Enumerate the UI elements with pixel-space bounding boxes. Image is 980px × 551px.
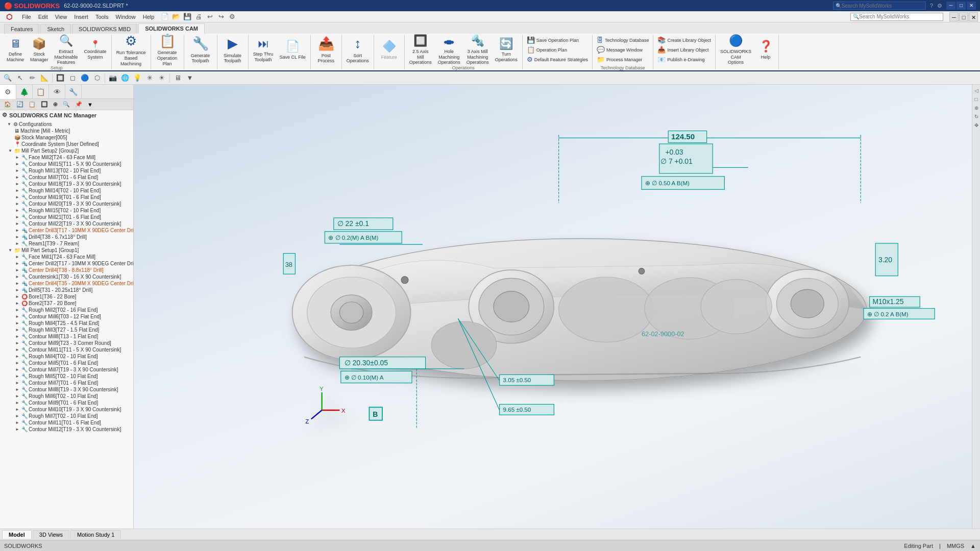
tree-expand-icon-28[interactable]: ► [15, 308, 21, 312]
view-section-icon[interactable]: ⬡ [91, 72, 103, 84]
menu-item-view[interactable]: View [52, 12, 71, 21]
tree-expand-icon-21[interactable]: ► [15, 261, 21, 266]
search-input[interactable] [859, 14, 941, 19]
lp-mini-btn-2[interactable]: 🔄 [14, 100, 26, 109]
tree-item-6[interactable]: ►🔧Contour Mill15[T11 - 5 X 90 Countersin… [1, 161, 132, 167]
tree-expand-icon-29[interactable]: ► [15, 314, 21, 319]
tree-item-19[interactable]: ▼📁Mill Part Setup1 [Group1] [1, 247, 132, 254]
tab-features[interactable]: Features [4, 24, 39, 34]
search-box[interactable]: 🔍 [850, 13, 943, 21]
3-axis-mill-btn[interactable]: 🔩 3 Axis MillMachiningOperations [464, 36, 492, 64]
tree-expand-icon-42[interactable]: ► [15, 400, 21, 405]
tree-expand-icon-45[interactable]: ► [15, 420, 21, 425]
btab-model[interactable]: Model [2, 530, 32, 539]
open-icon[interactable]: 📂 [171, 12, 181, 22]
lp-mini-btn-8[interactable]: ▼ [85, 101, 95, 109]
minimize-button[interactable]: ─ [946, 2, 955, 10]
tree-expand-icon-22[interactable]: ► [15, 268, 21, 272]
tree-expand-icon-6[interactable]: ► [15, 162, 21, 166]
menu-item-edit[interactable]: Edit [35, 12, 52, 21]
tree-item-7[interactable]: ►🔧Rough Mill13[T02 - 10 Flat End] [1, 167, 132, 174]
view-measure-icon[interactable]: 📐 [39, 72, 50, 84]
extract-machinable-btn[interactable]: 🔍 ExtractMachinableFeatures [52, 36, 81, 64]
lp-mini-btn-4[interactable]: 🔲 [39, 100, 50, 109]
view-shaded-icon[interactable]: 🔵 [79, 72, 90, 84]
tree-expand-icon-7[interactable]: ► [15, 168, 21, 173]
tree-item-30[interactable]: ►🔧Rough Mill4[T25 - 4.5 Flat End] [1, 320, 132, 327]
tree-item-38[interactable]: ►🔧Rough Mill5[T02 - 10 Flat End] [1, 373, 132, 380]
tree-expand-icon-20[interactable]: ► [15, 255, 21, 259]
rs-rotate-icon[interactable]: ↻ [973, 113, 980, 120]
sort-operations-btn[interactable]: ↕ SortOperations [344, 36, 372, 64]
stock-manager-btn[interactable]: 📦 StockManager [28, 36, 51, 64]
save-cl-btn[interactable]: 📄 Save CL File [277, 36, 308, 64]
view-pan-icon[interactable]: ✏ [27, 72, 38, 84]
feature-btn[interactable]: 🔷 Feature [378, 36, 400, 64]
tree-item-45[interactable]: ►🔧Contour Mill11[T01 - 6 Flat End] [1, 419, 132, 426]
menu-item-file[interactable]: File [18, 12, 35, 21]
tree-item-28[interactable]: ►🔧Rough Mill2[T02 - 16 Flat End] [1, 307, 132, 313]
tree-item-41[interactable]: ►🔧Rough Mill6[T02 - 10 Flat End] [1, 393, 132, 399]
menu-item-window[interactable]: Window [112, 12, 139, 21]
tree-item-39[interactable]: ►🔧Contour Mill7[T01 - 6 Flat End] [1, 380, 132, 386]
tree-expand-icon-37[interactable]: ► [15, 367, 21, 372]
tree-item-21[interactable]: ►🔩Center Drill2[T17 - 10MM X 90DEG Cente… [1, 260, 132, 267]
btab-3dviews[interactable]: 3D Views [33, 530, 69, 539]
post-process-btn[interactable]: 📤 PostProcess [313, 36, 339, 64]
close-button[interactable]: ✕ [967, 2, 976, 10]
status-arrow-icon[interactable]: ▲ [970, 543, 976, 549]
new-icon[interactable]: 📄 [160, 12, 170, 22]
tree-item-35[interactable]: ►🔧Rough Mill4[T02 - 10 Flat End] [1, 353, 132, 360]
tree-item-13[interactable]: ►🔧Rough Mill15[T02 - 10 Flat End] [1, 207, 132, 214]
tree-expand-icon-18[interactable]: ► [15, 241, 21, 246]
tree-expand-icon-5[interactable]: ► [15, 155, 21, 160]
app-restore-btn[interactable]: □ [959, 12, 968, 21]
rs-zoom-icon[interactable]: ⊕ [973, 104, 980, 112]
cam-options-btn[interactable]: 🔵 SOLIDWORKSCAMOptions [718, 36, 754, 64]
tree-expand-icon-13[interactable]: ► [15, 208, 21, 213]
save-op-plan-btn[interactable]: 💾 Save Operation Plan [525, 36, 590, 45]
tree-expand-icon-38[interactable]: ► [15, 374, 21, 379]
tree-item-32[interactable]: ►🔧Contour Mill8[T13 - 1 Flat End] [1, 333, 132, 340]
tree-item-1[interactable]: 🖥Machine [Mill - Metric] [1, 128, 132, 134]
tree-expand-icon-14[interactable]: ► [15, 215, 21, 219]
tree-item-26[interactable]: ►⭕Bore1[T36 - 22 Bore] [1, 293, 132, 300]
gen-op-plan-btn[interactable]: 📋 GenerateOperationPlan [153, 36, 182, 64]
tree-expand-icon-10[interactable]: ► [15, 188, 21, 193]
tree-expand-icon-23[interactable]: ► [15, 274, 21, 279]
tree-item-29[interactable]: ►🔧Contour Mill6[T03 - 12 Flat End] [1, 313, 132, 320]
lp-mini-btn-7[interactable]: 📌 [73, 100, 84, 109]
tree-item-5[interactable]: ►🔧Face Mill2[T24 - 63 Face Mill] [1, 154, 132, 161]
2-5-axis-btn[interactable]: 🔲 2.5 AxisMillOperations [407, 36, 434, 64]
tree-item-10[interactable]: ►🔧Rough Mill14[T02 - 10 Flat End] [1, 187, 132, 194]
menu-item-insert[interactable]: Insert [70, 12, 92, 21]
message-window-btn[interactable]: 💬 Message Window [595, 45, 651, 55]
tree-item-31[interactable]: ►🔧Rough Mill3[T27 - 1.5 Flat End] [1, 327, 132, 333]
tree-item-34[interactable]: ►🔧Contour Mill11[T11 - 5 X 90 Countersin… [1, 346, 132, 353]
tab-cam[interactable]: SOLIDWORKS CAM [138, 23, 205, 34]
view-display-icon[interactable]: 🖥 [172, 72, 183, 84]
view-rotate-icon[interactable]: 🔍 [2, 72, 13, 84]
tab-sketch[interactable]: Sketch [40, 24, 71, 34]
tree-item-14[interactable]: ►🔧Contour Mill21[T01 - 6 Flat End] [1, 214, 132, 220]
tree-item-23[interactable]: ►🔧Countersink1[T30 - 16 X 90 Countersink… [1, 273, 132, 280]
help-btn[interactable]: ❓ Help [755, 36, 776, 64]
tree-item-9[interactable]: ►🔧Contour Mill18[T19 - 3 X 90 Countersin… [1, 181, 132, 187]
lp-mini-btn-1[interactable]: 🏠 [2, 100, 13, 109]
tree-expand-icon-36[interactable]: ► [15, 361, 21, 365]
tree-item-3[interactable]: 📍Coordinate System [User Defined] [1, 141, 132, 147]
turn-operations-btn[interactable]: 🔄 TurnOperations [493, 36, 520, 64]
menu-item-help[interactable]: Help [139, 12, 158, 21]
restore-button[interactable]: □ [957, 2, 966, 10]
tree-item-12[interactable]: ►🔧Contour Mill20[T19 - 3 X 90 Countersin… [1, 201, 132, 207]
lp-mini-btn-6[interactable]: 🔍 [61, 100, 72, 109]
btab-motion[interactable]: Motion Study 1 [70, 530, 121, 539]
tree-item-17[interactable]: ►🔩Drill4[T38 - 6.7x118° Drill] [1, 234, 132, 240]
tree-expand-icon-16[interactable]: ► [15, 228, 21, 233]
operation-plan-btn[interactable]: 📋 Operation Plan [525, 45, 590, 55]
run-tolerance-btn[interactable]: ⚙ Run ToleranceBasedMachining [114, 36, 149, 64]
viewport[interactable]: 62-02-9000-02 X Y Z 124.50 [134, 85, 972, 529]
default-strategies-btn[interactable]: ⚙ Default Feature Strategies [525, 55, 590, 64]
tree-expand-icon-11[interactable]: ► [15, 195, 21, 199]
tree-item-22[interactable]: ►🔩Center Drill4[T38 - 8.8x118° Drill] [1, 267, 132, 273]
